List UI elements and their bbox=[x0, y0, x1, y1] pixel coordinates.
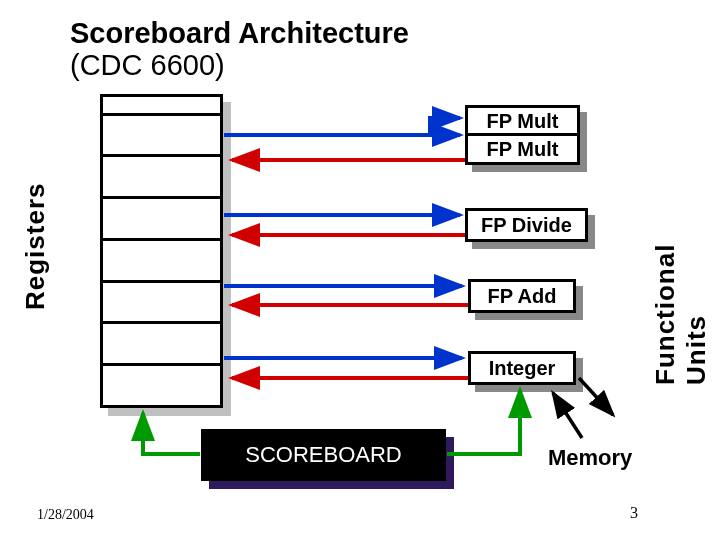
fp-mult-unit-2: FP Mult bbox=[465, 133, 580, 165]
register-cell bbox=[103, 157, 220, 199]
integer-to-memory bbox=[579, 378, 613, 415]
title-line2: (CDC 6600) bbox=[70, 49, 225, 81]
scoreboard-box: SCOREBOARD bbox=[201, 429, 446, 481]
functional-units-label: Functional Units bbox=[650, 244, 712, 385]
scoreboard-to-registers bbox=[143, 413, 200, 454]
register-cell bbox=[103, 324, 220, 366]
register-cell bbox=[103, 241, 220, 283]
register-cell bbox=[103, 97, 220, 116]
register-cell bbox=[103, 366, 220, 405]
slide-title: Scoreboard Architecture (CDC 6600) bbox=[70, 18, 409, 82]
integer-unit: Integer bbox=[468, 351, 576, 385]
scoreboard-to-fus bbox=[447, 390, 520, 454]
fp-divide-unit: FP Divide bbox=[465, 208, 588, 242]
memory-label: Memory bbox=[548, 445, 632, 471]
memory-to-integer bbox=[553, 393, 582, 438]
register-cell bbox=[103, 283, 220, 325]
page-number: 3 bbox=[630, 504, 638, 522]
register-cell bbox=[103, 199, 220, 241]
slide-date: 1/28/2004 bbox=[37, 507, 94, 523]
fp-add-unit: FP Add bbox=[468, 279, 576, 313]
registers-label: Registers bbox=[20, 183, 51, 311]
registers-block bbox=[100, 94, 223, 408]
elbow-to-fpmult1 bbox=[430, 118, 460, 135]
slide: Scoreboard Architecture (CDC 6600) Regis… bbox=[0, 0, 720, 540]
register-cell bbox=[103, 116, 220, 158]
title-line1: Scoreboard Architecture bbox=[70, 17, 409, 49]
